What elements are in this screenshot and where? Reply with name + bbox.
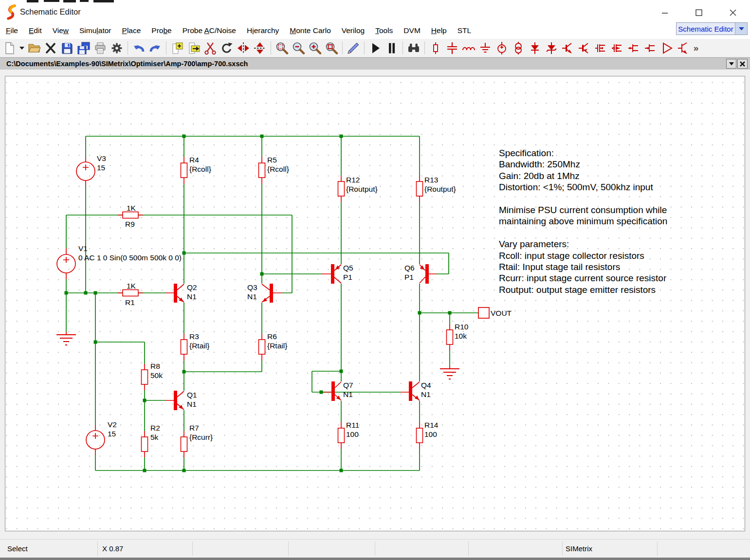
place-pmos-button[interactable] bbox=[610, 40, 625, 56]
ground-symbols[interactable] bbox=[56, 335, 459, 379]
wire-pencil-button[interactable] bbox=[346, 40, 361, 56]
menu-simulator[interactable]: Simulator bbox=[74, 26, 117, 35]
label-V2[interactable]: V215 bbox=[108, 420, 117, 438]
menu-hierarchy[interactable]: Hierarchy bbox=[241, 26, 284, 35]
undo-button[interactable] bbox=[131, 40, 146, 56]
label-R9-value[interactable]: 1K bbox=[127, 203, 136, 213]
place-diode-button[interactable] bbox=[528, 40, 543, 56]
place-opamp-button[interactable] bbox=[660, 40, 675, 56]
label-V3[interactable]: V315 bbox=[97, 154, 106, 172]
place-inductor-button[interactable] bbox=[461, 40, 476, 56]
run-button[interactable] bbox=[368, 40, 383, 56]
menu-stl[interactable]: STL bbox=[452, 26, 476, 35]
pause-button[interactable] bbox=[384, 40, 400, 56]
menu-edit[interactable]: Edit bbox=[23, 26, 47, 35]
options-gear-button[interactable] bbox=[110, 40, 125, 56]
new-schematic-button[interactable] bbox=[2, 40, 18, 56]
zoom-out-button[interactable] bbox=[291, 40, 306, 56]
label-R8[interactable]: R850k bbox=[150, 361, 163, 380]
find-button[interactable] bbox=[406, 40, 421, 56]
place-ground-button[interactable] bbox=[478, 40, 493, 56]
save-button[interactable] bbox=[60, 40, 75, 56]
zoom-selection-button[interactable] bbox=[274, 40, 290, 56]
zoom-area-button[interactable] bbox=[324, 40, 339, 56]
place-npn-button[interactable] bbox=[561, 40, 576, 56]
label-V1[interactable]: V10 AC 1 0 Sin(0 500m 500k 0 0) bbox=[78, 244, 182, 262]
label-Q3[interactable]: Q3N1 bbox=[247, 283, 257, 301]
close-window-button[interactable] bbox=[727, 6, 739, 19]
menu-monte-carlo[interactable]: Monte Carlo bbox=[284, 26, 336, 35]
show-sheet-button[interactable] bbox=[186, 40, 201, 56]
label-Q2[interactable]: Q2N1 bbox=[187, 283, 197, 301]
annotation-text[interactable]: Specification: Bandwidth: 250Mhz Gain: 2… bbox=[499, 147, 667, 295]
place-pnp-button[interactable] bbox=[577, 40, 592, 56]
rotate-button[interactable] bbox=[220, 40, 235, 56]
flip-vertical-button[interactable] bbox=[253, 40, 268, 56]
close-schematic-button[interactable] bbox=[43, 40, 58, 56]
label-Q1[interactable]: Q1N1 bbox=[187, 390, 197, 409]
resistor-bodies[interactable] bbox=[123, 163, 453, 452]
symbol-V1[interactable] bbox=[57, 254, 75, 273]
label-R11[interactable]: R11100 bbox=[346, 420, 359, 439]
menu-place[interactable]: Place bbox=[117, 26, 146, 35]
new-sheet-button[interactable] bbox=[170, 40, 185, 56]
symbol-V2[interactable] bbox=[86, 431, 105, 449]
label-R7[interactable]: R7{Rcurr} bbox=[189, 423, 213, 442]
open-button[interactable] bbox=[27, 40, 42, 56]
menu-view[interactable]: View bbox=[47, 26, 74, 35]
new-schematic-dropdown-icon[interactable] bbox=[19, 40, 25, 56]
zoom-in-button[interactable] bbox=[308, 40, 323, 56]
redo-button[interactable] bbox=[148, 40, 163, 56]
maximize-button[interactable] bbox=[693, 6, 705, 19]
label-R10[interactable]: R1010k bbox=[455, 322, 468, 341]
menu-help[interactable]: Help bbox=[426, 26, 452, 35]
label-Q6[interactable]: Q6P1 bbox=[404, 263, 415, 282]
label-R6[interactable]: R6{Rtail} bbox=[267, 332, 287, 350]
label-Q4[interactable]: Q4N1 bbox=[421, 380, 431, 399]
symbol-V3[interactable] bbox=[76, 162, 95, 181]
symbol-VOUT-terminal[interactable] bbox=[478, 307, 489, 318]
place-voltage-source-button[interactable] bbox=[494, 40, 510, 56]
place-capacitor-button[interactable] bbox=[445, 40, 460, 56]
menu-probe[interactable]: Probe bbox=[146, 26, 177, 35]
save-all-button[interactable] bbox=[76, 40, 91, 56]
place-zener-button[interactable] bbox=[544, 40, 559, 56]
flip-horizontal-button[interactable] bbox=[236, 40, 251, 56]
label-R9-ref[interactable]: R9 bbox=[125, 219, 135, 229]
menu-dvm[interactable]: DVM bbox=[398, 26, 425, 35]
transistors[interactable] bbox=[174, 264, 429, 410]
place-mosfet-button[interactable] bbox=[677, 40, 692, 56]
label-R4[interactable]: R4{Rcoll} bbox=[189, 155, 211, 174]
schematic-canvas[interactable]: V315 V10 AC 1 0 Sin(0 500m 500k 0 0) V21… bbox=[5, 76, 745, 531]
chevron-down-icon[interactable] bbox=[735, 23, 747, 35]
menu-verilog[interactable]: Verilog bbox=[336, 26, 370, 35]
label-Q7[interactable]: Q7N1 bbox=[343, 380, 353, 399]
label-R2[interactable]: R25k bbox=[150, 423, 160, 442]
sheet-dropdown-button[interactable] bbox=[726, 59, 736, 69]
print-button[interactable] bbox=[93, 40, 108, 56]
ground-1 bbox=[56, 335, 76, 345]
window-selector-combo[interactable]: Schematic Editor bbox=[676, 22, 748, 35]
more-tools-button[interactable]: » bbox=[693, 40, 699, 56]
label-R1-value[interactable]: 1K bbox=[127, 281, 136, 290]
label-R1-ref[interactable]: R1 bbox=[125, 298, 135, 307]
place-njfet-button[interactable] bbox=[627, 40, 642, 56]
label-R5[interactable]: R5{Rcoll} bbox=[267, 155, 289, 174]
label-Q5[interactable]: Q5P1 bbox=[343, 263, 353, 282]
label-VOUT[interactable]: VOUT bbox=[491, 308, 512, 318]
symbol-R9 bbox=[123, 212, 138, 218]
place-pjfet-button[interactable] bbox=[643, 40, 659, 56]
place-resistor-button[interactable] bbox=[428, 40, 443, 56]
minimize-button[interactable] bbox=[659, 6, 671, 19]
label-R12[interactable]: R12{Routput} bbox=[346, 175, 378, 194]
menu-tools[interactable]: Tools bbox=[370, 26, 398, 35]
label-R13[interactable]: R13{Routput} bbox=[424, 175, 456, 194]
place-nmos-button[interactable] bbox=[594, 40, 609, 56]
label-R14[interactable]: R14100 bbox=[424, 420, 438, 439]
menu-probe-ac-noise[interactable]: Probe AC/Noise bbox=[177, 26, 241, 35]
close-sheet-button[interactable] bbox=[737, 59, 748, 69]
menu-file[interactable]: File bbox=[0, 26, 23, 35]
place-current-source-button[interactable] bbox=[511, 40, 526, 56]
cut-button[interactable] bbox=[203, 40, 218, 56]
label-R3[interactable]: R3{Rtail} bbox=[189, 332, 209, 350]
